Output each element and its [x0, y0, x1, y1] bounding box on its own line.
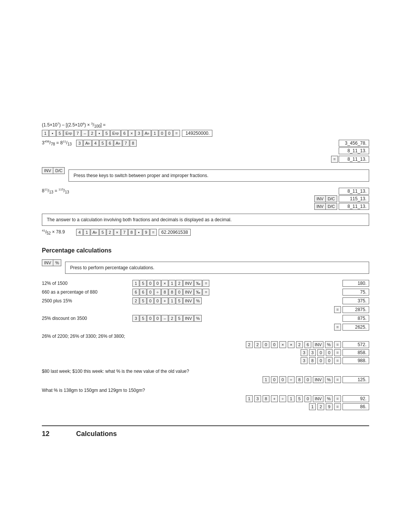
key-3[interactable]: 3 — [135, 130, 142, 137]
k-2g[interactable]: 2 — [132, 297, 139, 304]
k-0q[interactable]: 0 — [326, 357, 333, 364]
k-pct4[interactable]: % — [194, 315, 202, 322]
k-0c[interactable]: 0 — [147, 280, 154, 287]
k-9x[interactable]: 9 — [143, 229, 150, 236]
inv-dc-key[interactable]: INV D/C — [42, 167, 65, 174]
k-0o[interactable]: 0 — [326, 349, 333, 356]
k-inv4[interactable]: INV — [183, 315, 194, 322]
k-5x[interactable]: 5 — [99, 229, 106, 236]
k-0j[interactable]: 0 — [154, 315, 161, 322]
key-0a[interactable]: 0 — [159, 130, 166, 137]
k-5c[interactable]: 5 — [140, 280, 147, 287]
k-5g[interactable]: 5 — [140, 297, 147, 304]
k-7x[interactable]: 7 — [121, 229, 128, 236]
k-0g[interactable]: 0 — [147, 297, 154, 304]
k-9u[interactable]: 9 — [326, 403, 333, 410]
k-0h[interactable]: 0 — [154, 297, 161, 304]
k-0f[interactable]: 0 — [176, 289, 183, 296]
k-eq-c1[interactable]: = — [202, 280, 209, 287]
k-0p[interactable]: 0 — [317, 357, 324, 364]
k-inv1[interactable]: INV — [183, 280, 194, 287]
k-5j[interactable]: 5 — [176, 315, 183, 322]
k-2j[interactable]: 2 — [169, 315, 175, 322]
k-2m[interactable]: 2 — [296, 341, 303, 348]
k-1c[interactable]: 1 — [132, 280, 139, 287]
k-0t[interactable]: 0 — [304, 376, 311, 383]
k-1h[interactable]: 1 — [169, 297, 175, 304]
key-exp2[interactable]: Exp — [110, 130, 121, 137]
k-eqx[interactable]: = — [150, 229, 157, 236]
k-eq7a[interactable]: = — [334, 395, 341, 402]
k-2x[interactable]: 2 — [107, 229, 113, 236]
key-4f[interactable]: 4 — [92, 140, 99, 147]
k-inv7[interactable]: INV — [313, 395, 323, 402]
k-0r[interactable]: 0 — [271, 376, 278, 383]
k-6a[interactable]: 6 — [132, 289, 139, 296]
k-3p[interactable]: 3 — [301, 357, 307, 364]
k-8r[interactable]: 8 — [296, 376, 303, 383]
k-eq-4b[interactable]: = — [334, 324, 341, 331]
k-3i[interactable]: 3 — [132, 315, 139, 322]
key-5a[interactable]: 5 — [56, 130, 63, 137]
inv-dc-key2[interactable]: INV D/C — [314, 195, 337, 202]
inv-pct-key[interactable]: INV % — [42, 259, 61, 266]
k-eq5a[interactable]: = — [334, 341, 341, 348]
k-0k[interactable]: 0 — [263, 341, 269, 348]
k-3o[interactable]: 3 — [309, 349, 316, 356]
k-8b[interactable]: 8 — [169, 289, 175, 296]
k-inv2[interactable]: INV — [183, 289, 194, 296]
k-plus7[interactable]: + — [271, 395, 278, 402]
key-eq1[interactable]: = — [173, 130, 180, 137]
k-pct2[interactable]: ‰ — [194, 289, 202, 296]
k-plus3[interactable]: + — [161, 297, 168, 304]
key-3f[interactable]: 3 — [76, 140, 83, 147]
k-3s[interactable]: 3 — [254, 395, 261, 402]
k-6b[interactable]: 6 — [140, 289, 147, 296]
k-0t2[interactable]: 0 — [304, 395, 311, 402]
k-xx2[interactable]: × — [288, 341, 295, 348]
key-1b[interactable]: 1 — [151, 130, 158, 137]
k-1a[interactable]: 1 — [83, 229, 90, 236]
key-exp1[interactable]: Exp — [64, 130, 74, 137]
key-dot2[interactable]: • — [96, 130, 103, 137]
k-eq-3b[interactable]: = — [334, 306, 341, 313]
key-5f[interactable]: 5 — [99, 140, 106, 147]
key-8f[interactable]: 8 — [130, 140, 137, 147]
k-div2[interactable]: ÷ — [154, 289, 161, 296]
k-dx[interactable]: • — [135, 229, 142, 236]
key-7f[interactable]: 7 — [123, 140, 129, 147]
k-1r[interactable]: 1 — [263, 376, 269, 383]
k-0s[interactable]: 0 — [279, 376, 286, 383]
k-1d[interactable]: 1 — [169, 280, 175, 287]
key-0b[interactable]: 0 — [166, 130, 173, 137]
k-0e[interactable]: 0 — [147, 289, 154, 296]
k-2d[interactable]: 2 — [176, 280, 183, 287]
key-5b[interactable]: 5 — [103, 130, 110, 137]
k-div7[interactable]: ÷ — [279, 395, 286, 402]
k-xx1[interactable]: × — [279, 341, 286, 348]
k-eq-c2[interactable]: = — [202, 289, 209, 296]
key-1[interactable]: 1 — [42, 130, 49, 137]
k-5i[interactable]: 5 — [140, 315, 147, 322]
key-6[interactable]: 6 — [121, 130, 128, 137]
k-1s[interactable]: 1 — [246, 395, 253, 402]
k-pct5[interactable]: % — [325, 341, 333, 348]
k-6m[interactable]: 6 — [304, 341, 311, 348]
k-min4[interactable]: – — [161, 315, 168, 322]
k-eq6[interactable]: = — [334, 376, 341, 383]
k-0n[interactable]: 0 — [317, 349, 324, 356]
k-pct6[interactable]: % — [325, 376, 333, 383]
key-minus[interactable]: – — [81, 130, 88, 137]
k-5h[interactable]: 5 — [176, 297, 183, 304]
k-8x[interactable]: 8 — [128, 229, 135, 236]
k-8a[interactable]: 8 — [161, 289, 168, 296]
k-2u[interactable]: 2 — [317, 403, 324, 410]
k-tx[interactable]: × — [114, 229, 121, 236]
k-5t[interactable]: 5 — [296, 395, 303, 402]
k-inv3[interactable]: INV — [183, 297, 194, 304]
k-4a[interactable]: 4 — [76, 229, 83, 236]
key-ab1[interactable]: Ab — [143, 130, 151, 137]
k-0c2[interactable]: 0 — [154, 280, 161, 287]
k-pct7[interactable]: % — [325, 395, 333, 402]
k-0l[interactable]: 0 — [271, 341, 278, 348]
